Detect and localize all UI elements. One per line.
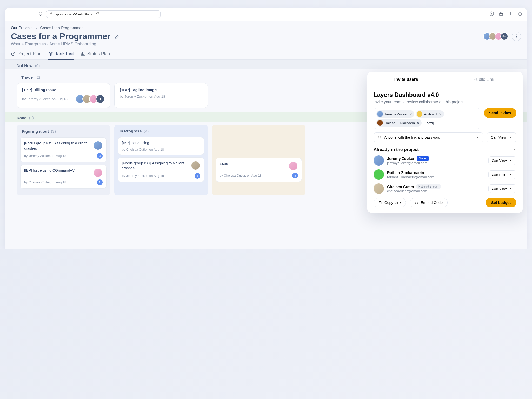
user-chip[interactable]: Jeremy Zucker [376,110,414,118]
chevron-down-icon [510,159,513,162]
svg-rect-8 [380,202,382,204]
not-on-team-badge: Not on this team [416,184,440,189]
avatar [93,141,103,150]
svg-rect-2 [519,13,521,15]
invite-modal: Invite users Public Link Layers Dashboar… [367,72,523,213]
chevron-down-icon [476,136,479,139]
lock-icon [377,135,382,139]
modal-title: Layers Dashboard v4.0 [374,91,516,98]
browser-toolbar: sponge.com/PixelzStudio [5,8,527,21]
kanban-card[interactable]: [IBP] Issue using by Chelsea Cutler, on … [118,137,204,155]
url-bar[interactable]: sponge.com/PixelzStudio [46,10,161,18]
column-menu-icon[interactable]: ⋮ [101,129,105,134]
avatar [289,161,298,171]
member-row: Chelsea CutlerNot on this team chelseacu… [374,183,516,194]
user-chip[interactable]: Aditya R [416,110,444,118]
permission-select[interactable]: Can View [488,156,516,165]
member-row: Jeremy ZuckerOwner jeremyzucker@email.co… [374,155,516,166]
svg-rect-0 [50,14,52,15]
owner-badge: Owner [417,156,429,161]
copy-icon [378,201,382,205]
permission-select[interactable]: Can Edit [488,170,516,179]
modal-tab-public-link[interactable]: Public Link [445,72,523,86]
shield-icon [38,12,43,17]
tab-task-list[interactable]: Task List [48,51,74,59]
code-icon [415,201,418,205]
modal-tab-invite[interactable]: Invite users [367,72,445,86]
breadcrumb-current: Cases for a Programmer [40,25,83,30]
members-list-header[interactable]: Already in the project [374,147,516,152]
chevron-right-icon: › [36,25,37,30]
member-row: Raihan Zuckarnaein raihanzulkarnaein@ema… [374,169,516,180]
overflow-menu-button[interactable] [512,32,521,41]
task-byline: by Jeremy Zucker, on Aug 18 [120,95,165,98]
kanban-card[interactable]: [Focus group iOS] Assigning to a client … [118,157,204,182]
kanban-card[interactable]: [Focus group iOS] Assigning to a client … [20,137,107,162]
plus-icon[interactable] [508,11,513,17]
chevron-up-icon [512,148,516,152]
count-badge: 3 [97,153,103,159]
chevron-down-icon [510,187,513,190]
chevron-down-icon [510,173,513,176]
task-card[interactable]: [1BP] Tagline image by Jeremy Zucker, on… [114,83,208,108]
user-chip[interactable]: Raihan Zuklarnaein [376,119,422,127]
avatar [374,169,384,180]
modal-description: Invite your team to review collaborate o… [374,99,516,104]
board-column: issue by Chelsea Cutler, on Aug 183 [212,125,305,195]
tab-project-plan[interactable]: Project Plan [11,51,42,59]
task-title: [1BP] Tagline image [120,88,202,92]
avatar [93,168,103,177]
set-budget-button[interactable]: Set budget [486,198,516,207]
page-subtitle: Wayne Enterprises - Acme HRMS Onboarding [5,41,527,46]
chevron-down-icon [509,136,513,139]
lock-icon [50,12,53,16]
task-title: [1BP] Billing Issue [22,88,105,92]
svg-point-4 [516,36,517,37]
add-assignee-button[interactable]: + [96,95,105,103]
embed-code-button[interactable]: Embed Code [410,198,448,207]
url-text: sponge.com/PixelzStudio [55,12,93,16]
invite-input[interactable]: Jeremy Zucker Aditya R Raihan Zuklarnaei… [374,108,480,129]
tab-status-plan[interactable]: Status Plan [81,51,110,59]
invite-typing: Ghozi| [423,120,434,126]
svg-point-3 [516,35,517,35]
avatar-stack[interactable]: 8+ [485,32,508,40]
board-column-in-progress: In Progress(4) [IBP] Issue using by Chel… [114,125,208,195]
tabs-icon[interactable] [517,11,522,17]
edit-icon[interactable] [115,31,120,41]
svg-rect-7 [378,137,381,139]
default-permission-select[interactable]: Can View [487,132,516,142]
download-icon[interactable] [489,11,494,17]
link-access-select[interactable]: Anyone with the link and password [374,132,483,142]
breadcrumb: Our Projects › Cases for a Programmer [5,21,527,30]
remove-icon[interactable] [409,112,412,116]
remove-icon[interactable] [439,112,442,116]
permission-select[interactable]: Can View [488,184,516,193]
avatar [191,161,200,170]
board-column-figuring: Figuring it out(3) ⋮ [Focus group iOS] A… [17,125,110,195]
kanban-card[interactable]: [IBP] Issue using COmmand+V by Chelsea C… [20,165,107,189]
copy-link-button[interactable]: Copy Link [374,198,406,207]
count-badge: 4 [195,173,200,179]
task-card[interactable]: [1BP] Billing Issue by Jeremy Zucker, on… [17,83,110,108]
refresh-icon[interactable] [96,12,99,16]
kanban-card[interactable]: issue by Chelsea Cutler, on Aug 183 [216,158,302,182]
remove-icon[interactable] [416,121,420,124]
count-badge: 3 [292,173,298,178]
avatar-more: 8+ [500,32,508,40]
task-byline: by Jeremy Zucker, on Aug 18 [22,97,68,101]
avatar [374,183,384,194]
section-not-now[interactable]: Not Now (0) [5,60,527,69]
avatar [374,155,384,166]
count-badge: 1 [97,179,103,185]
breadcrumb-root[interactable]: Our Projects [11,25,32,30]
send-invites-button[interactable]: Send Invites [484,108,516,118]
share-icon[interactable] [499,11,503,17]
page-title: Cases for a Programmer [11,31,120,41]
svg-point-5 [516,38,517,38]
